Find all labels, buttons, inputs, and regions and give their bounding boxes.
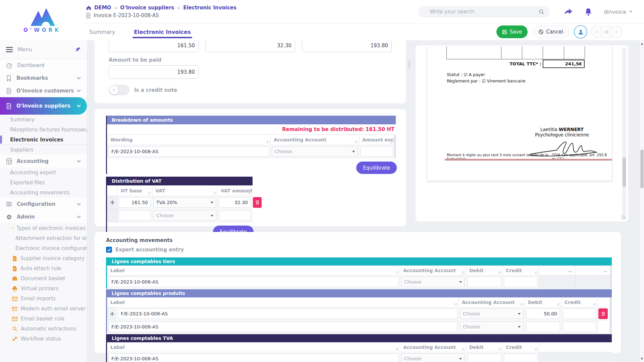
- column-header-debit[interactable]: Debit: [466, 266, 502, 275]
- column-header-debit[interactable]: Debit: [525, 298, 561, 307]
- tva-debit-input[interactable]: [467, 353, 501, 362]
- vat-amount-input[interactable]: [219, 210, 251, 221]
- sidebar-item-oinvoice-suppliers[interactable]: O'Invoice suppliers: [0, 97, 87, 115]
- user-profile-button[interactable]: [574, 25, 587, 39]
- produits-label-input[interactable]: [108, 321, 458, 332]
- column-header-accounting-account[interactable]: Accounting Account: [271, 135, 359, 145]
- produits-account-select[interactable]: Choose: [460, 321, 524, 332]
- resize-grip-icon[interactable]: [248, 192, 251, 195]
- sidebar-item-automatic-extractions[interactable]: Automatic extractions: [0, 324, 87, 334]
- vat-amount-input[interactable]: [205, 40, 295, 52]
- tab-electronic-invoices[interactable]: Electronic Invoices: [134, 23, 191, 40]
- tiers-label-input[interactable]: [108, 277, 399, 287]
- column-header-label[interactable]: Label: [107, 343, 400, 352]
- delete-produits-row-button[interactable]: [598, 308, 608, 319]
- preview-scrollbar-thumb[interactable]: [623, 158, 626, 187]
- search-bar[interactable]: [418, 6, 550, 18]
- sidebar-item-summary[interactable]: Summary: [0, 115, 87, 125]
- sidebar-item-types-of-electronic-invoices[interactable]: Types of electronic invoices: [0, 223, 87, 233]
- produits-debit-input[interactable]: [526, 321, 560, 332]
- column-header-credit[interactable]: Credit: [503, 343, 539, 352]
- sidebar-item-accounting-movements[interactable]: Accounting movements: [0, 188, 87, 198]
- column-header-vat[interactable]: VAT: [152, 186, 217, 196]
- column-header-credit[interactable]: Credit: [503, 266, 539, 275]
- resize-grip-icon[interactable]: [498, 348, 501, 351]
- amount-incl-tax-input[interactable]: [302, 40, 392, 52]
- resize-grip-icon[interactable]: [521, 303, 524, 306]
- user-menu[interactable]: dinvoice: [604, 9, 633, 15]
- sidebar-item-auto-attach-rule[interactable]: Auto attach rule: [0, 263, 87, 274]
- wording-input[interactable]: [108, 146, 269, 157]
- column-header-label[interactable]: Label: [107, 266, 400, 275]
- resize-grip-icon[interactable]: [396, 348, 399, 351]
- resize-grip-icon[interactable]: [535, 271, 538, 274]
- search-icon[interactable]: [538, 9, 544, 15]
- produits-credit-input[interactable]: [562, 321, 596, 332]
- credit-note-toggle[interactable]: [109, 85, 129, 95]
- resize-grip-icon[interactable]: [213, 192, 216, 195]
- sidebar-item-oinvoice-customers[interactable]: O'Invoice customers: [0, 84, 87, 97]
- row-drag-handle[interactable]: [107, 307, 117, 320]
- sidebar-item-supplier-invoice-category[interactable]: Supplier invoice category: [0, 253, 87, 263]
- column-header-label[interactable]: Label: [107, 298, 459, 307]
- notifications-bell-icon[interactable]: [584, 8, 592, 16]
- sidebar-item-email-basket-rule[interactable]: Email basket rule: [0, 314, 87, 324]
- amount-excl-input[interactable]: [360, 146, 393, 157]
- hamburger-menu-icon[interactable]: [6, 47, 13, 52]
- tva-label-input[interactable]: [108, 353, 399, 362]
- resize-grip-icon[interactable]: [462, 271, 465, 274]
- sidebar-item-virtual-printers[interactable]: Virtual printers: [0, 284, 87, 294]
- sidebar-item-document-basket[interactable]: Document basket: [0, 274, 87, 284]
- page-scrollbar[interactable]: ▲ ▼: [639, 40, 644, 362]
- app-logo[interactable]: O'WORK: [0, 0, 85, 40]
- resize-grip-icon[interactable]: [266, 141, 269, 144]
- tab-summary[interactable]: Summary: [89, 23, 115, 40]
- resize-grip-icon[interactable]: [148, 192, 151, 195]
- cancel-button[interactable]: Cancel: [532, 25, 569, 38]
- pager-next-button[interactable]: ›: [610, 26, 623, 38]
- tiers-credit-input[interactable]: [504, 277, 538, 287]
- produits-credit-input[interactable]: [562, 308, 596, 319]
- resize-grip-icon[interactable]: [454, 303, 458, 306]
- delete-vat-row-button[interactable]: [253, 197, 262, 208]
- home-icon[interactable]: [86, 5, 92, 11]
- column-header-wording[interactable]: Wording: [107, 135, 270, 145]
- sidebar-item-receptions-factures[interactable]: Réceptions factures fournisseurs 0: [0, 125, 87, 135]
- sidebar-item-configuration[interactable]: Configuration: [0, 198, 87, 210]
- column-header-accounting-account[interactable]: Accounting Account: [459, 298, 525, 307]
- amount-excl-tax-input[interactable]: [109, 40, 199, 52]
- amount-to-be-paid-input[interactable]: [109, 65, 199, 79]
- sidebar-item-accounting-export[interactable]: Accounting export: [0, 168, 87, 178]
- column-header-amount-excl[interactable]: Amount exclu: [359, 135, 394, 145]
- column-header-ht-base[interactable]: HT base: [118, 186, 152, 196]
- column-header-accounting-account[interactable]: Accounting Account: [400, 343, 466, 352]
- column-header-accounting-account[interactable]: Accounting Account: [400, 266, 466, 275]
- produits-debit-input[interactable]: [526, 308, 560, 319]
- share-icon[interactable]: [564, 8, 573, 16]
- equilibrate-button[interactable]: Equilibrate: [356, 162, 397, 174]
- vat-rate-select[interactable]: TVA 20%: [153, 197, 216, 208]
- sidebar-item-admin[interactable]: Admin: [0, 210, 87, 223]
- breadcrumb-root[interactable]: DEMO: [94, 5, 111, 11]
- column-header-credit[interactable]: Credit: [561, 298, 597, 307]
- sidebar-item-accounting[interactable]: Accounting: [0, 155, 87, 168]
- panel-splitter-handle[interactable]: [407, 60, 411, 69]
- column-header-vat-amount[interactable]: VAT amount: [218, 186, 252, 196]
- page-scrollbar-thumb[interactable]: [640, 149, 644, 188]
- scroll-down-arrow[interactable]: ▼: [640, 357, 644, 360]
- scroll-up-arrow[interactable]: ▲: [640, 42, 644, 45]
- vat-amount-input[interactable]: [219, 197, 251, 208]
- ht-base-input[interactable]: [119, 210, 151, 221]
- pin-icon[interactable]: [75, 47, 81, 52]
- sidebar-item-workflow-status[interactable]: Workflow status: [0, 334, 87, 344]
- tva-credit-input[interactable]: [504, 353, 538, 362]
- ht-base-input[interactable]: [119, 197, 151, 208]
- tva-account-select[interactable]: Choose: [401, 353, 465, 362]
- sidebar-item-dashboard[interactable]: Dashboard: [0, 59, 87, 72]
- sidebar-item-modern-auth-email-server[interactable]: Modern auth email server: [0, 304, 87, 314]
- expert-accounting-entry-checkbox[interactable]: [106, 247, 112, 253]
- preview-scrollbar[interactable]: [622, 47, 626, 220]
- invoice-document-preview[interactable]: TOTAL TTC* : 241,5€ Statut : ☑ A payer R…: [427, 46, 612, 181]
- breadcrumb-level1[interactable]: O'Invoice suppliers: [120, 5, 174, 11]
- resize-grip-icon[interactable]: [355, 141, 358, 144]
